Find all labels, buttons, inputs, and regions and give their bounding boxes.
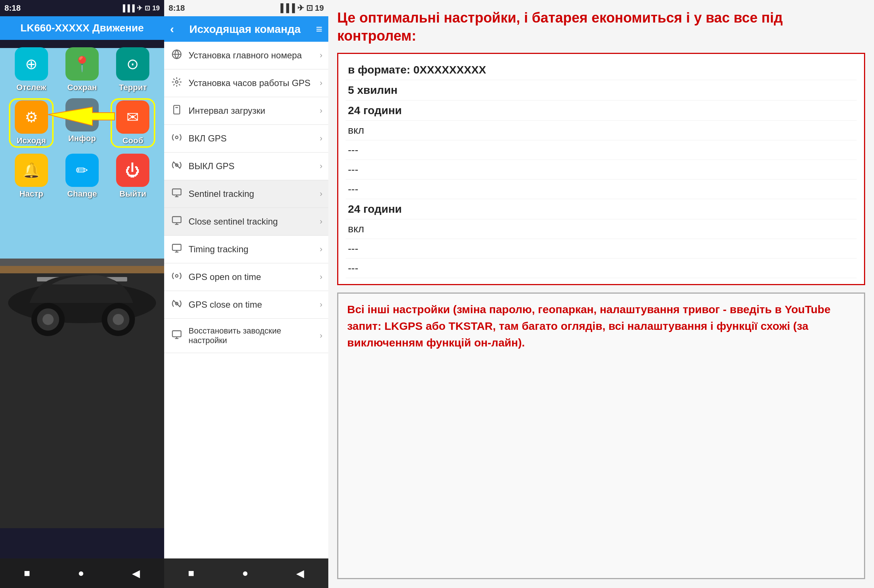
btn-territ-icon: ⊙	[116, 47, 149, 81]
btn-iskhod-label: Исходя	[17, 136, 46, 146]
menu-panel: 8:18 ▐▐▐ ✈ ⊡ 19 ‹ Исходящая команда ≡ Ус…	[164, 0, 328, 588]
menu-item-7[interactable]: Timing tracking ›	[164, 236, 328, 263]
btn-soob-icon: ✉	[116, 100, 149, 134]
menu-item-text-0: Установка главного номера	[188, 50, 314, 61]
menu-icon-8	[170, 271, 184, 283]
btn-iskhod[interactable]: ⚙ Исходя	[9, 98, 54, 148]
menu-item-9[interactable]: GPS close on time ›	[164, 291, 328, 319]
menu-item-5[interactable]: Sentinel tracking ›	[164, 180, 328, 208]
back-button[interactable]: ‹	[170, 22, 174, 36]
menu-item-text-4: ВЫКЛ GPS	[188, 161, 314, 171]
btn-sokhran-label: Сохран	[67, 83, 97, 92]
battery-level-2: 19	[315, 3, 324, 13]
btn-territ[interactable]: ⊙ Террит	[111, 47, 155, 92]
svg-line-32	[173, 300, 181, 307]
chevron-icon-4: ›	[320, 161, 322, 171]
btn-otslezh[interactable]: ⊕ Отслеж	[9, 47, 54, 92]
menu-item-text-2: Интервал загрузки	[188, 106, 314, 116]
btn-vyyti[interactable]: ⏻ Выйти	[111, 154, 155, 199]
btn-vyyti-icon: ⏻	[116, 154, 149, 187]
btn-nastr[interactable]: 🔔 Настр	[9, 154, 54, 199]
menu-icon-3	[170, 132, 184, 145]
menu-item-text-6: Close sentinel tracking	[188, 216, 314, 227]
table-row-4: ---	[346, 140, 857, 160]
status-icons-2: ▐▐▐ ✈ ⊡ 19	[278, 3, 324, 13]
bottom-nav-panel2: ■ ● ◀	[164, 558, 328, 588]
info-note-box: Всі інші настройки (зміна паролю, геопар…	[337, 292, 865, 579]
menu-title: Исходящая команда	[189, 23, 301, 36]
menu-item-2[interactable]: Интервал загрузки ›	[164, 97, 328, 125]
btn-sokhran[interactable]: 📍 Сохран	[60, 47, 104, 92]
btn-change-icon: ✏	[65, 154, 99, 187]
svg-line-20	[173, 162, 181, 169]
menu-icon-9	[170, 298, 184, 311]
chevron-icon-1: ›	[320, 78, 322, 88]
menu-item-4[interactable]: ВЫКЛ GPS ›	[164, 153, 328, 180]
menu-item-text-10: Восстановить заводские настройки	[188, 326, 314, 345]
app-grid: ⊕ Отслеж 📍 Сохран ⊙ Террит ⚙ Исходя 🖥 Ин…	[0, 40, 164, 206]
menu-item-3[interactable]: ВКЛ GPS ›	[164, 125, 328, 153]
btn-change[interactable]: ✏ Change	[60, 154, 104, 199]
menu-icon-5	[170, 188, 184, 200]
svg-rect-27	[172, 244, 181, 250]
nav-circle-btn[interactable]: ●	[74, 564, 88, 583]
status-bar-panel2: 8:18 ▐▐▐ ✈ ⊡ 19	[164, 0, 328, 16]
btn-infor-label: Инфор	[68, 134, 96, 143]
svg-rect-16	[174, 105, 180, 114]
nav-back-btn[interactable]: ◀	[128, 564, 144, 583]
menu-item-6[interactable]: Close sentinel tracking ›	[164, 208, 328, 236]
menu-icon-7	[170, 243, 184, 256]
info-table: в формате: 0XXXXXXXXX 5 хвилин 24 години…	[337, 53, 865, 285]
btn-infor[interactable]: 🖥 Инфор	[60, 98, 104, 148]
table-row-9: ---	[346, 239, 857, 258]
btn-territ-label: Террит	[119, 83, 147, 92]
menu-item-text-3: ВКЛ GPS	[188, 134, 314, 144]
btn-soob-label: Сооб	[122, 136, 143, 146]
chevron-icon-9: ›	[320, 300, 322, 309]
menu-header: ‹ Исходящая команда ≡	[164, 16, 328, 42]
nav-square-btn[interactable]: ■	[20, 564, 34, 583]
nav-square-btn-2[interactable]: ■	[185, 564, 198, 583]
table-row-2: 24 години	[346, 100, 857, 121]
svg-point-7	[42, 314, 54, 325]
svg-rect-11	[0, 266, 164, 273]
btn-iskhod-icon: ⚙	[15, 100, 48, 134]
btn-nastr-icon: 🔔	[15, 154, 48, 187]
info-panel: Це оптимальні настройки, і батарея еконо…	[328, 0, 874, 588]
btn-otslezh-icon: ⊕	[15, 47, 48, 81]
battery-icon-2: ⊡	[306, 3, 313, 13]
nav-circle-btn-2[interactable]: ●	[238, 564, 252, 583]
nav-back-btn-2[interactable]: ◀	[292, 564, 308, 583]
table-row-5: ---	[346, 160, 857, 180]
hamburger-icon[interactable]: ≡	[316, 23, 322, 36]
btn-soob[interactable]: ✉ Сооб	[111, 98, 155, 148]
menu-item-1[interactable]: Установка часов работы GPS ›	[164, 69, 328, 97]
chevron-icon-2: ›	[320, 106, 322, 116]
menu-item-text-8: GPS open on time	[188, 272, 314, 282]
svg-point-18	[176, 136, 178, 139]
app-home-panel: 8:18 ▐▐▐ ✈ ⊡ 19 LK660-XXXXX Движение ⊕ О…	[0, 0, 164, 588]
btn-vyyti-label: Выйти	[119, 189, 146, 199]
table-row-8: вкл	[346, 219, 857, 239]
time-display-2: 8:18	[168, 3, 185, 13]
bottom-nav-panel1: ■ ● ◀	[0, 558, 164, 588]
menu-item-0[interactable]: Установка главного номера ›	[164, 42, 328, 69]
btn-nastr-label: Настр	[19, 189, 43, 199]
menu-item-text-1: Установка часов работы GPS	[188, 78, 314, 88]
chevron-icon-0: ›	[320, 51, 322, 60]
svg-point-10	[113, 314, 124, 325]
svg-point-30	[176, 275, 178, 278]
table-row-10: ---	[346, 258, 857, 278]
menu-icon-2	[170, 105, 184, 117]
menu-item-8[interactable]: GPS open on time ›	[164, 263, 328, 291]
info-heading: Це оптимальні настройки, і батарея еконо…	[337, 9, 865, 45]
chevron-icon-6: ›	[320, 217, 322, 226]
svg-rect-21	[172, 189, 181, 195]
signal-icon-2: ▐▐▐	[278, 3, 295, 13]
menu-item-10[interactable]: Восстановить заводские настройки ›	[164, 319, 328, 353]
table-row-0: в формате: 0XXXXXXXXX	[346, 60, 857, 80]
chevron-icon-3: ›	[320, 134, 322, 143]
table-row-3: вкл	[346, 121, 857, 140]
menu-item-text-5: Sentinel tracking	[188, 189, 314, 199]
table-row-7: 24 години	[346, 199, 857, 219]
